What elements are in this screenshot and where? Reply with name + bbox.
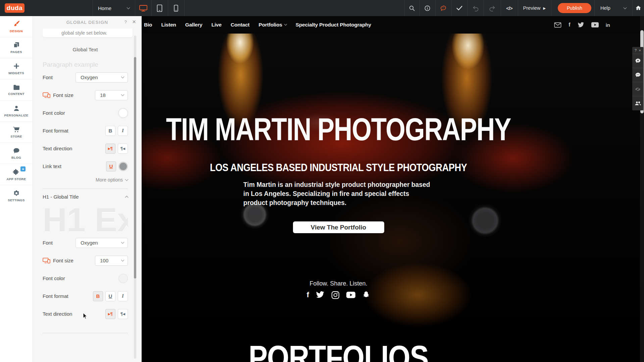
text-direction-label: Text direction (43, 311, 72, 317)
nav-item-portfolios[interactable]: Portfolios (259, 22, 287, 28)
panel-close-button[interactable]: × (132, 18, 136, 25)
font-color-row: Font color (43, 104, 128, 122)
ltr-direction-button[interactable]: ▸¶ (105, 309, 115, 319)
sidebar-item-content[interactable]: CONTENT (0, 80, 33, 101)
help-dropdown[interactable]: Help (594, 0, 632, 16)
speech-bubble-icon (13, 148, 20, 154)
italic-button[interactable]: I (118, 291, 128, 301)
snapchat-icon[interactable] (362, 291, 370, 299)
plus-icon (13, 63, 20, 69)
font-label: Font (43, 74, 53, 80)
dashboard-home-button[interactable] (632, 0, 644, 16)
dev-mode-button[interactable]: </> (501, 0, 518, 16)
bold-button[interactable]: B (93, 291, 103, 301)
ltr-pilcrow-icon: ▸¶ (108, 311, 113, 316)
sidebar-item-app-store[interactable]: ★ APP STORE (0, 164, 33, 185)
desktop-view-button[interactable] (135, 0, 151, 16)
mobile-view-button[interactable] (168, 0, 184, 16)
rtl-direction-button[interactable]: ¶◂ (118, 144, 128, 154)
link-color-swatch[interactable] (118, 162, 128, 171)
sidebar-item-settings[interactable]: SETTINGS (0, 185, 33, 206)
comment-dots-icon (635, 72, 641, 78)
hero-description[interactable]: Tim Martin is an industrial style produc… (243, 180, 434, 207)
font-color-label: Font color (43, 275, 65, 281)
twitter-icon[interactable] (578, 22, 584, 28)
twitter-icon[interactable] (316, 291, 325, 299)
hero-subtitle[interactable]: LOS ANGELES BASED INDUSTRIAL STYLE PHOTO… (69, 162, 607, 174)
sidebar-item-widgets[interactable]: WIDGETS (0, 58, 33, 80)
h1-section-header[interactable]: H1 - Global Title (43, 192, 128, 202)
info-button[interactable] (419, 0, 435, 16)
comments-button[interactable] (632, 68, 643, 82)
view-portfolio-button[interactable]: View The Portfolio (293, 221, 384, 233)
instagram-icon[interactable] (331, 291, 340, 299)
rtl-direction-button[interactable]: ¶◂ (118, 309, 128, 319)
preview-button[interactable]: Preview ▶ (518, 0, 551, 16)
font-format-label: Font format (43, 293, 68, 299)
font-select[interactable]: Oxygen (76, 72, 128, 83)
rtl-pilcrow-icon: ¶◂ (120, 146, 125, 151)
hero-title[interactable]: TIM MARTIN PHOTOGRAPHY (94, 113, 583, 145)
underline-button[interactable]: U (105, 291, 115, 301)
hide-elements-button[interactable] (632, 82, 643, 96)
nav-item-contact[interactable]: Contact (231, 22, 249, 28)
more-options-link[interactable]: More options (43, 176, 128, 184)
youtube-icon[interactable] (591, 22, 599, 28)
text-direction-label: Text direction (43, 146, 72, 151)
sidebar-item-blog[interactable]: BLOG (0, 143, 33, 164)
facebook-icon[interactable]: f (307, 291, 309, 299)
italic-button[interactable]: I (118, 126, 128, 136)
font-size-select[interactable]: 18 (95, 90, 128, 100)
h1-font-color-swatch[interactable] (118, 274, 128, 283)
collaborators-button[interactable] (632, 96, 643, 110)
panel-help-button[interactable]: ? (125, 19, 127, 24)
chevron-down-icon (121, 75, 125, 79)
youtube-icon[interactable] (346, 292, 355, 298)
sidebar-item-personalize[interactable]: PERSONALIZE (0, 101, 33, 122)
chevron-down-icon (121, 241, 125, 244)
font-format-label: Font format (43, 128, 68, 134)
editor-window: Bio Listen Gallery Live Contact Portfoli… (0, 0, 644, 362)
duda-logo[interactable]: duda (5, 3, 24, 13)
publish-button[interactable]: Publish (558, 3, 591, 13)
pages-icon (13, 42, 20, 48)
panel-scrollbar-thumb[interactable] (134, 57, 136, 278)
nav-item-specialty[interactable]: Specialty Product Photography (296, 22, 371, 28)
tablet-view-button[interactable] (151, 0, 168, 16)
sidebar-item-design[interactable]: DESIGN (0, 16, 33, 37)
app-store-badge: ★ (20, 166, 26, 171)
toolbar-close-button[interactable]: × (639, 48, 641, 52)
h1-font-select[interactable]: Oxygen (76, 238, 128, 248)
ltr-direction-button[interactable]: ▸¶ (105, 144, 115, 154)
facebook-icon[interactable]: f (568, 22, 570, 28)
nav-item-bio[interactable]: Bio (144, 22, 152, 28)
feedback-button[interactable] (435, 0, 451, 16)
sidebar-item-store[interactable]: STORE (0, 122, 33, 143)
font-color-swatch[interactable] (118, 108, 128, 118)
panel-header: GLOBAL DESIGN ? × (33, 16, 142, 29)
nav-item-listen[interactable]: Listen (161, 22, 176, 28)
redo-button[interactable] (484, 0, 501, 16)
floating-toolbar-header: ? × (632, 47, 643, 54)
undo-button[interactable] (467, 0, 484, 16)
comment-plus-icon (635, 58, 641, 64)
save-confirm-button[interactable] (451, 0, 467, 16)
toolbar-help-button[interactable]: ? (635, 48, 637, 52)
linkedin-icon[interactable]: in (606, 22, 610, 28)
h1-font-color-row: Font color (43, 269, 128, 287)
panel-notice: global style set below. (43, 29, 133, 37)
chevron-up-icon (125, 196, 129, 199)
email-icon[interactable] (554, 22, 561, 28)
search-button[interactable] (404, 0, 419, 16)
sidebar-item-pages[interactable]: PAGES (0, 37, 33, 58)
h1-font-size-row: Font size 100 (43, 252, 128, 269)
add-comment-button[interactable] (632, 54, 643, 68)
nav-item-live[interactable]: Live (211, 22, 221, 28)
nav-item-gallery[interactable]: Gallery (185, 22, 202, 28)
page-selector-dropdown[interactable]: Home (93, 0, 135, 16)
h1-font-size-select[interactable]: 100 (95, 256, 128, 266)
link-underline-button[interactable]: U (106, 161, 116, 171)
bold-button[interactable]: B (105, 126, 115, 136)
font-size-label: Font size (43, 92, 73, 98)
gear-icon (13, 190, 20, 197)
